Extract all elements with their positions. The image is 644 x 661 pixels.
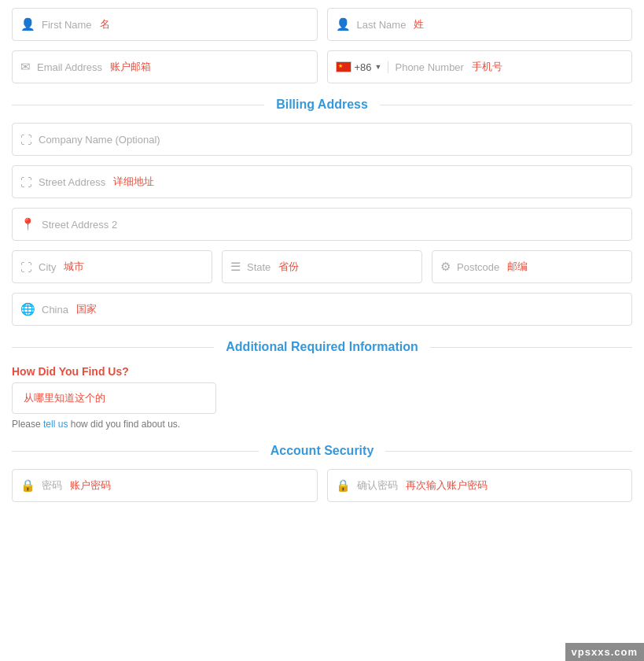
email-cn: 账户邮箱	[110, 60, 151, 74]
state-icon: ☰	[230, 260, 241, 274]
account-security-title: Account Security	[12, 444, 632, 458]
postcode-cn: 邮编	[507, 260, 528, 274]
user-icon-2: 👤	[336, 17, 351, 31]
phone-field[interactable]: ★ +86 ▼ Phone Number 手机号	[327, 50, 633, 83]
password-row: 🔒 密码 账户密码 🔒 确认密码 再次输入账户密码	[12, 469, 632, 502]
first-name-field[interactable]: 👤 First Name 名	[12, 8, 318, 41]
email-icon: ✉	[20, 60, 31, 74]
first-name-cn: 名	[100, 17, 110, 31]
pin-icon: 📍	[20, 217, 35, 231]
postcode-placeholder: Postcode	[457, 261, 499, 273]
additional-info-title: Additional Required Information	[12, 340, 632, 354]
tell-us-link[interactable]: tell us	[43, 419, 68, 430]
street1-placeholder: Street Address	[39, 176, 105, 188]
street2-placeholder: Street Address 2	[42, 219, 117, 231]
country-cn: 国家	[76, 302, 97, 316]
street2-field[interactable]: 📍 Street Address 2	[12, 208, 632, 241]
billing-address-title: Billing Address	[12, 98, 632, 112]
last-name-cn: 姓	[414, 17, 424, 31]
map-icon: ⛶	[20, 175, 32, 189]
state-placeholder: State	[247, 261, 270, 273]
street1-field[interactable]: ⛶ Street Address 详细地址	[12, 165, 632, 198]
country-field[interactable]: 🌐 China 国家	[12, 293, 632, 326]
chevron-down-icon: ▼	[375, 63, 382, 71]
find-us-label: How Did You Find Us?	[12, 365, 632, 378]
city-cn: 城市	[64, 260, 84, 274]
last-name-placeholder: Last Name	[357, 19, 407, 31]
country-row: 🌐 China 国家	[12, 293, 632, 326]
confirm-password-field[interactable]: 🔒 确认密码 再次输入账户密码	[327, 469, 633, 502]
country-placeholder: China	[42, 304, 68, 316]
password-field[interactable]: 🔒 密码 账户密码	[12, 469, 318, 502]
find-us-input[interactable]: 从哪里知道这个的	[12, 382, 216, 414]
find-us-note: Please tell us how did you find about us…	[12, 419, 632, 430]
confirm-placeholder: 确认密码	[357, 478, 398, 493]
first-name-placeholder: First Name	[42, 19, 92, 31]
phone-cn: 手机号	[472, 60, 502, 74]
china-flag: ★	[336, 61, 351, 72]
name-row: 👤 First Name 名 👤 Last Name 姓	[12, 8, 632, 41]
find-us-section: How Did You Find Us? 从哪里知道这个的 Please tel…	[12, 365, 632, 430]
lock-icon-2: 🔒	[336, 478, 351, 493]
contact-row: ✉ Email Address 账户邮箱 ★ +86 ▼ Phone Numbe…	[12, 50, 632, 83]
globe-icon: 🌐	[20, 302, 35, 316]
phone-placeholder: Phone Number	[395, 61, 463, 73]
confirm-cn: 再次输入账户密码	[406, 478, 488, 493]
email-placeholder: Email Address	[37, 61, 102, 73]
company-placeholder: Company Name (Optional)	[39, 134, 160, 146]
street2-row: 📍 Street Address 2	[12, 208, 632, 241]
city-icon: ⛶	[20, 260, 32, 274]
building-icon: ⛶	[20, 133, 32, 146]
city-field[interactable]: ⛶ City 城市	[12, 250, 212, 283]
street1-cn: 详细地址	[113, 175, 154, 189]
phone-prefix-selector[interactable]: ★ +86 ▼	[336, 61, 389, 73]
company-row: ⛶ Company Name (Optional)	[12, 123, 632, 156]
last-name-field[interactable]: 👤 Last Name 姓	[327, 8, 633, 41]
password-cn: 账户密码	[70, 478, 111, 493]
phone-code: +86	[355, 61, 372, 73]
user-icon: 👤	[20, 17, 35, 31]
lock-icon: 🔒	[20, 478, 35, 493]
company-field[interactable]: ⛶ Company Name (Optional)	[12, 123, 632, 156]
email-field[interactable]: ✉ Email Address 账户邮箱	[12, 50, 318, 83]
password-placeholder: 密码	[42, 478, 62, 493]
state-cn: 省份	[278, 260, 299, 274]
postcode-icon: ⚙	[440, 260, 451, 274]
street1-row: ⛶ Street Address 详细地址	[12, 165, 632, 198]
state-field[interactable]: ☰ State 省份	[222, 250, 422, 283]
city-state-postcode-row: ⛶ City 城市 ☰ State 省份 ⚙ Postcode 邮编	[12, 250, 632, 283]
city-placeholder: City	[39, 261, 56, 273]
postcode-field[interactable]: ⚙ Postcode 邮编	[432, 250, 632, 283]
